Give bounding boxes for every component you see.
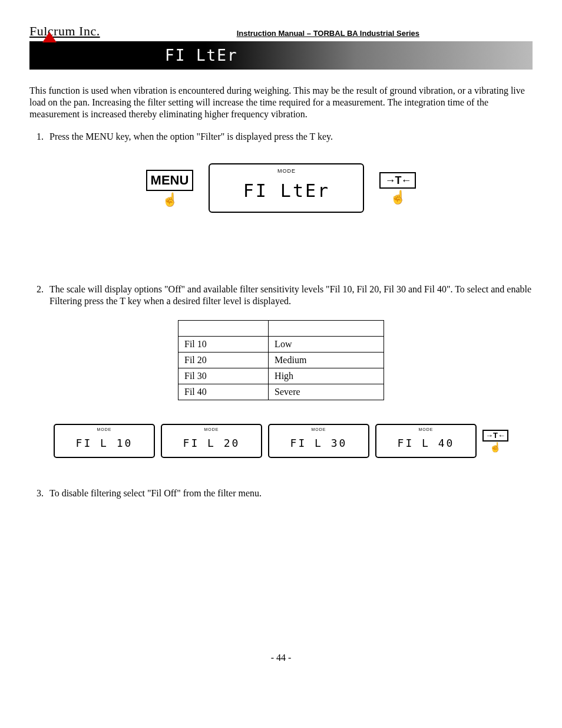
t-key-icon: →T← xyxy=(379,172,416,189)
company-name: Fulcrum Inc. xyxy=(29,24,100,39)
lcd-text: FI L 30 xyxy=(290,437,348,450)
step-2: The scale will display options "Off" and… xyxy=(46,284,533,307)
t-key-press: →T← ☝ xyxy=(379,172,416,205)
cell-fil: Fil 20 xyxy=(178,353,269,368)
table-row xyxy=(178,321,384,337)
t-key-press-small: →T← ☝ xyxy=(482,430,508,452)
table-row: Fil 20 Medium xyxy=(178,353,384,368)
triangle-icon xyxy=(42,32,57,42)
banner-title: FI LtEr xyxy=(165,47,238,64)
figure-2: MODE FI L 10 MODE FI L 20 MODE FI L 30 M… xyxy=(29,424,533,458)
step-3: To disable filtering select "Fil Off" fr… xyxy=(46,487,533,499)
mode-label: MODE xyxy=(312,427,326,433)
mode-label: MODE xyxy=(97,427,112,433)
section-banner: FI LtEr xyxy=(29,41,533,70)
figure-1: MENU ☝ MODE FI LtEr →T← ☝ xyxy=(29,163,533,213)
mode-label: MODE xyxy=(419,427,434,433)
manual-title: Instruction Manual – TORBAL BA Industria… xyxy=(124,29,533,39)
content-body: This function is used when vibration is … xyxy=(29,85,533,499)
filter-level-table: Fil 10 Low Fil 20 Medium Fil 30 High Fil… xyxy=(178,320,384,400)
cell-fil: Fil 30 xyxy=(178,368,269,384)
step-list: Press the MENU key, when the option "Fil… xyxy=(29,131,533,143)
menu-key-icon: MENU xyxy=(146,170,194,191)
table-row: Fil 10 Low xyxy=(178,337,384,353)
cell-fil: Fil 40 xyxy=(178,384,269,400)
cell-level: Medium xyxy=(269,353,384,368)
lcd-fil10: MODE FI L 10 xyxy=(54,424,155,458)
hand-icon: ☝ xyxy=(162,193,178,206)
lcd-text: FI L 40 xyxy=(398,437,455,450)
cell-fil: Fil 10 xyxy=(178,337,269,353)
lcd-text: FI L 10 xyxy=(76,437,133,450)
mode-label: MODE xyxy=(204,427,219,433)
step-list-3: To disable filtering select "Fil Off" fr… xyxy=(29,487,533,499)
lcd-fil20: MODE FI L 20 xyxy=(161,424,262,458)
hand-icon: ☝ xyxy=(490,443,501,452)
table-row: Fil 30 High xyxy=(178,368,384,384)
lcd-fil40: MODE FI L 40 xyxy=(375,424,477,458)
hand-icon: ☝ xyxy=(390,191,406,204)
menu-key-press: MENU ☝ xyxy=(146,170,194,206)
lcd-fil30: MODE FI L 30 xyxy=(268,424,369,458)
mode-label: MODE xyxy=(277,168,296,174)
cell-level: Low xyxy=(269,337,384,353)
lcd-display-filter: MODE FI LtEr xyxy=(209,163,364,213)
cell-level: High xyxy=(269,368,384,384)
page-header: Fulcrum Inc. Instruction Manual – TORBAL… xyxy=(29,24,533,39)
page-number: - 44 - xyxy=(29,653,533,663)
table-row: Fil 40 Severe xyxy=(178,384,384,400)
lcd-text: FI L 20 xyxy=(183,437,240,450)
cell-level: Severe xyxy=(269,384,384,400)
step-1: Press the MENU key, when the option "Fil… xyxy=(46,131,533,143)
step-list-2: The scale will display options "Off" and… xyxy=(29,284,533,307)
lcd-text: FI LtEr xyxy=(243,180,330,202)
t-key-icon: →T← xyxy=(482,430,508,442)
intro-paragraph: This function is used when vibration is … xyxy=(29,85,533,120)
banner-bar: FI LtEr xyxy=(29,41,533,70)
